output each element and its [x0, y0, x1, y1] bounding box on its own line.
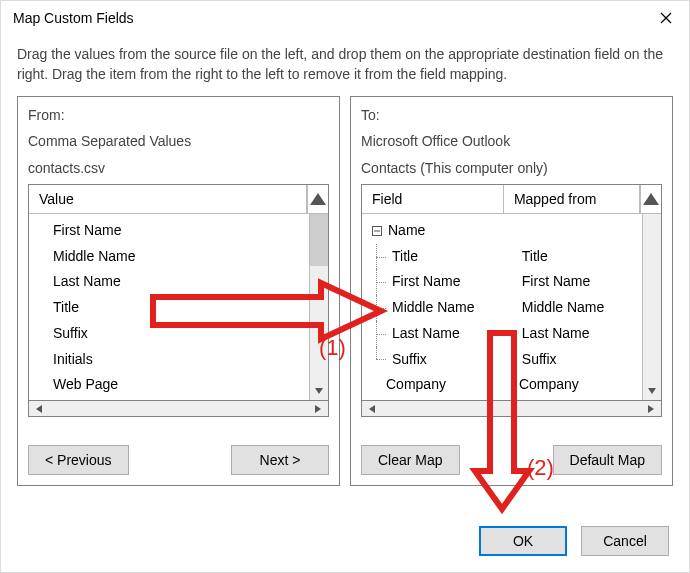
- to-header-mapped: Mapped from: [504, 185, 640, 213]
- from-item[interactable]: Middle Name: [31, 244, 307, 270]
- to-tree-item[interactable]: TitleTitle: [364, 244, 640, 270]
- to-header-field: Field: [362, 185, 504, 213]
- mapping-columns: From: Comma Separated Values contacts.cs…: [1, 96, 689, 486]
- scroll-left-icon[interactable]: [362, 401, 382, 416]
- from-list-header: Value: [29, 185, 328, 214]
- svg-marker-10: [369, 405, 375, 413]
- scroll-up-icon[interactable]: [640, 185, 661, 213]
- to-tree-item[interactable]: CompanyCompany: [364, 372, 640, 398]
- from-file: contacts.csv: [28, 158, 329, 178]
- from-panel: From: Comma Separated Values contacts.cs…: [17, 96, 340, 486]
- from-label: From:: [28, 105, 329, 125]
- to-panel: To: Microsoft Office Outlook Contacts (T…: [350, 96, 673, 486]
- to-tree-item[interactable]: SuffixSuffix: [364, 347, 640, 373]
- scroll-right-icon[interactable]: [308, 401, 328, 416]
- from-item[interactable]: Last Name: [31, 269, 307, 295]
- to-listbox[interactable]: Field Mapped from Name TitleTitle First …: [361, 184, 662, 401]
- svg-marker-5: [315, 405, 321, 413]
- from-listbox[interactable]: Value First Name Middle Name Last Name T…: [28, 184, 329, 401]
- from-format: Comma Separated Values: [28, 131, 329, 151]
- to-list-rows: Name TitleTitle First NameFirst Name Mid…: [362, 214, 642, 400]
- close-icon: [660, 12, 672, 24]
- from-item[interactable]: Suffix: [31, 321, 307, 347]
- instruction-text: Drag the values from the source file on …: [1, 35, 689, 96]
- from-list-rows: First Name Middle Name Last Name Title S…: [29, 214, 309, 400]
- annotation-step1-label: (1): [319, 335, 346, 361]
- close-button[interactable]: [643, 2, 689, 34]
- from-item[interactable]: Title: [31, 295, 307, 321]
- from-vertical-scrollbar[interactable]: [309, 214, 328, 400]
- scroll-down-icon[interactable]: [643, 382, 661, 400]
- from-item[interactable]: Web Page: [31, 372, 307, 398]
- scroll-left-icon[interactable]: [29, 401, 49, 416]
- to-horizontal-scrollbar[interactable]: [361, 400, 662, 417]
- collapse-icon[interactable]: [370, 224, 384, 238]
- to-folder: Contacts (This computer only): [361, 158, 662, 178]
- window-title: Map Custom Fields: [13, 10, 134, 26]
- svg-marker-6: [643, 193, 659, 205]
- from-header-value: Value: [29, 185, 307, 213]
- svg-marker-4: [36, 405, 42, 413]
- to-tree-item[interactable]: Middle NameMiddle Name: [364, 295, 640, 321]
- svg-marker-11: [648, 405, 654, 413]
- to-tree-root[interactable]: Name: [364, 218, 640, 244]
- from-item[interactable]: First Name: [31, 218, 307, 244]
- cancel-button[interactable]: Cancel: [581, 526, 669, 556]
- default-map-button[interactable]: Default Map: [553, 445, 662, 475]
- to-tree-item[interactable]: Last NameLast Name: [364, 321, 640, 347]
- scroll-down-icon[interactable]: [310, 382, 328, 400]
- scroll-right-icon[interactable]: [641, 401, 661, 416]
- annotation-step2-label: (2): [527, 455, 554, 481]
- previous-button[interactable]: < Previous: [28, 445, 129, 475]
- svg-marker-2: [310, 193, 326, 205]
- to-list-header: Field Mapped from: [362, 185, 661, 214]
- from-horizontal-scrollbar[interactable]: [28, 400, 329, 417]
- to-tree-item[interactable]: First NameFirst Name: [364, 269, 640, 295]
- scroll-up-icon[interactable]: [307, 185, 328, 213]
- next-button[interactable]: Next >: [231, 445, 329, 475]
- svg-marker-9: [648, 388, 656, 394]
- to-label: To:: [361, 105, 662, 125]
- to-target: Microsoft Office Outlook: [361, 131, 662, 151]
- from-panel-buttons: < Previous Next >: [28, 417, 329, 475]
- from-item[interactable]: Initials: [31, 347, 307, 373]
- to-panel-buttons: Clear Map Default Map: [361, 417, 662, 475]
- dialog-footer: OK Cancel: [479, 526, 669, 556]
- to-vertical-scrollbar[interactable]: [642, 214, 661, 400]
- clear-map-button[interactable]: Clear Map: [361, 445, 460, 475]
- title-bar: Map Custom Fields: [1, 1, 689, 35]
- ok-button[interactable]: OK: [479, 526, 567, 556]
- svg-marker-3: [315, 388, 323, 394]
